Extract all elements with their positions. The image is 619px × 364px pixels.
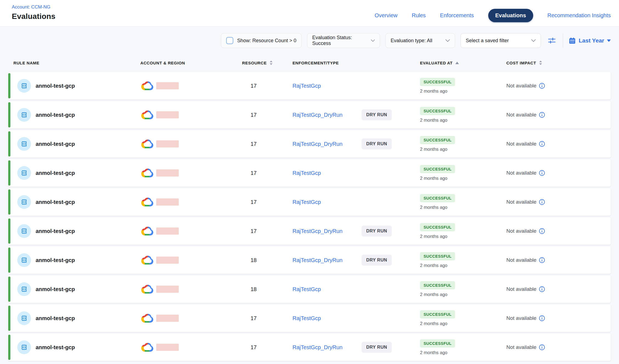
- table-row[interactable]: anmol-test-gcp 18: [8, 246, 611, 274]
- enforcement-link[interactable]: RajTestGcp: [293, 286, 362, 292]
- table-row[interactable]: anmol-test-gcp 17: [8, 130, 611, 158]
- column-rule-name: RULE NAME: [13, 61, 140, 65]
- account-region-cell: [140, 188, 242, 216]
- enforcement-link[interactable]: RajTestGcp_DryRun: [293, 141, 362, 147]
- rule-code-icon: [21, 82, 28, 89]
- table-row[interactable]: anmol-test-gcp 17: [8, 101, 611, 129]
- row-accent-bar: [8, 335, 10, 360]
- evaluated-at-cell: SUCCESSFUL 2 months ago: [420, 246, 506, 274]
- table-row[interactable]: anmol-test-gcp 17: [8, 159, 611, 187]
- caret-down-icon: [607, 39, 611, 42]
- table-row[interactable]: anmol-test-gcp 17: [8, 188, 611, 216]
- info-icon[interactable]: [539, 83, 545, 89]
- column-resource[interactable]: RESOURCE: [242, 60, 293, 65]
- cost-impact-value: Not available: [506, 228, 536, 234]
- row-accent-bar: [8, 102, 10, 127]
- info-icon[interactable]: [539, 199, 545, 205]
- header-left: Account: CCM-NG Evaluations: [12, 4, 55, 21]
- cost-impact-value: Not available: [506, 257, 536, 263]
- info-icon[interactable]: [539, 141, 545, 147]
- table-row[interactable]: anmol-test-gcp 17: [8, 305, 611, 332]
- enforcement-cell: RajTestGcp: [293, 305, 420, 332]
- rule-cell: anmol-test-gcp: [13, 246, 140, 274]
- table-body: anmol-test-gcp 17: [0, 72, 619, 361]
- resource-count-checkbox[interactable]: [226, 37, 233, 44]
- status-badge: SUCCESSFUL: [420, 136, 455, 144]
- resource-cell: 17: [242, 334, 293, 361]
- account-region-cell: [140, 334, 242, 361]
- chevron-down-icon: [371, 39, 375, 42]
- tab-overview[interactable]: Overview: [375, 12, 397, 19]
- sort-asc-icon[interactable]: [455, 62, 459, 64]
- resource-cell: 18: [242, 275, 293, 303]
- evaluation-type-value: Evaluation type: All: [391, 38, 432, 44]
- enforcement-link[interactable]: RajTestGcp_DryRun: [293, 228, 362, 234]
- tab-enforcements[interactable]: Enforcements: [440, 12, 474, 19]
- filter-bar: Show: Resource Count > 0 Evaluation Stat…: [0, 27, 619, 48]
- saved-filter-dropdown[interactable]: Select a saved filter: [461, 33, 541, 48]
- rule-name: anmol-test-gcp: [36, 141, 75, 147]
- table-row[interactable]: anmol-test-gcp 18: [8, 275, 611, 303]
- tab-evaluations[interactable]: Evaluations: [488, 9, 533, 22]
- info-icon[interactable]: [539, 286, 545, 292]
- enforcement-link[interactable]: RajTestGcp: [293, 83, 362, 89]
- info-icon[interactable]: [539, 228, 545, 234]
- info-icon[interactable]: [539, 315, 545, 321]
- sort-both-icon[interactable]: [539, 60, 542, 65]
- evaluated-at-cell: SUCCESSFUL 2 months ago: [420, 101, 506, 129]
- cost-impact-cell: Not available: [506, 101, 611, 129]
- rule-code-icon: [21, 111, 28, 118]
- info-icon[interactable]: [539, 344, 545, 350]
- tab-rules[interactable]: Rules: [412, 12, 426, 19]
- column-cost-impact[interactable]: COST IMPACT: [506, 60, 611, 65]
- table-row[interactable]: anmol-test-gcp 17: [8, 217, 611, 245]
- evaluated-time: 2 months ago: [420, 350, 447, 355]
- evaluated-at-cell: SUCCESSFUL 2 months ago: [420, 217, 506, 245]
- filterbar-divider: [563, 33, 563, 48]
- info-icon[interactable]: [539, 170, 545, 176]
- resource-cell: 17: [242, 101, 293, 129]
- enforcement-link[interactable]: RajTestGcp_DryRun: [293, 344, 362, 351]
- column-evaluated-at[interactable]: EVALUATED AT: [420, 61, 506, 65]
- rule-icon-circle: [17, 253, 31, 267]
- sort-both-icon[interactable]: [269, 60, 273, 65]
- account-region-cell: [140, 72, 242, 99]
- enforcement-cell: RajTestGcp_DryRun DRY RUN: [293, 130, 420, 158]
- rule-name: anmol-test-gcp: [36, 83, 75, 89]
- info-icon[interactable]: [539, 112, 545, 118]
- table-row[interactable]: anmol-test-gcp 17: [8, 334, 611, 361]
- column-account-region: ACCOUNT & REGION: [140, 61, 242, 65]
- rule-cell: anmol-test-gcp: [13, 130, 140, 158]
- tab-recommendation-insights[interactable]: Recommendation Insights: [547, 12, 611, 19]
- enforcement-link[interactable]: RajTestGcp_DryRun: [293, 257, 362, 263]
- enforcement-link[interactable]: RajTestGcp: [293, 170, 362, 176]
- enforcement-cell: RajTestGcp_DryRun DRY RUN: [293, 334, 420, 361]
- table-row[interactable]: anmol-test-gcp 17: [8, 72, 611, 99]
- rule-icon-circle: [17, 166, 31, 180]
- redacted-account-name: [156, 111, 179, 118]
- account-region-cell: [140, 217, 242, 245]
- enforcement-link[interactable]: RajTestGcp: [293, 315, 362, 322]
- evaluation-type-dropdown[interactable]: Evaluation type: All: [385, 33, 455, 48]
- resource-count: 17: [251, 228, 257, 234]
- evaluated-at-cell: SUCCESSFUL 2 months ago: [420, 305, 506, 332]
- resource-cell: 18: [242, 246, 293, 274]
- account-breadcrumb[interactable]: Account: CCM-NG: [12, 4, 55, 10]
- rule-icon-circle: [17, 311, 31, 325]
- resource-count: 17: [251, 83, 257, 89]
- date-range-button[interactable]: Last Year: [569, 37, 611, 44]
- evaluation-status-dropdown[interactable]: Evaluation Status: Success: [307, 33, 380, 48]
- status-badge: SUCCESSFUL: [420, 223, 455, 231]
- info-icon[interactable]: [539, 257, 545, 263]
- redacted-account-name: [156, 286, 179, 293]
- resource-count-filter-chip[interactable]: Show: Resource Count > 0: [221, 33, 302, 48]
- rule-code-icon: [21, 228, 28, 235]
- filter-settings-button[interactable]: [546, 35, 557, 46]
- cost-impact-cell: Not available: [506, 334, 611, 361]
- enforcement-link[interactable]: RajTestGcp_DryRun: [293, 112, 362, 118]
- status-badge: SUCCESSFUL: [420, 165, 455, 173]
- rule-code-icon: [21, 344, 28, 351]
- enforcement-link[interactable]: RajTestGcp: [293, 199, 362, 205]
- evaluated-time: 2 months ago: [420, 89, 447, 94]
- redacted-account-name: [156, 198, 179, 206]
